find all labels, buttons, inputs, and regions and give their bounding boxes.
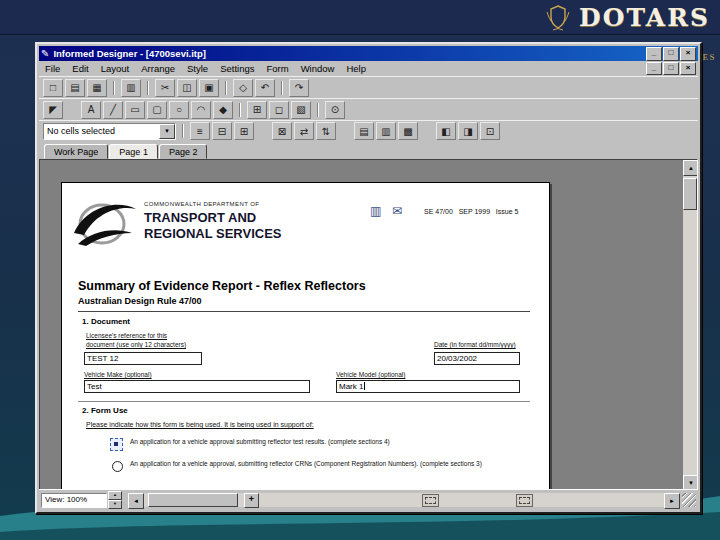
fill-lines-icon[interactable]: ▥: [376, 122, 396, 140]
open-icon[interactable]: ▤: [65, 79, 85, 97]
date-field[interactable]: 20/03/2002: [434, 352, 520, 365]
split-cells-icon[interactable]: ⊞: [234, 122, 254, 140]
vehicle-model-field[interactable]: Mark 1: [336, 380, 520, 393]
form-use-intro: Please indicate how this form is being u…: [86, 421, 314, 428]
vertical-scroll-track[interactable]: [683, 176, 697, 475]
table-tool-icon[interactable]: ⊞: [247, 101, 267, 119]
field-tool-icon[interactable]: ◻: [269, 101, 289, 119]
mail-form-icon[interactable]: ✉: [392, 205, 402, 217]
text-tool-icon[interactable]: A: [81, 101, 101, 119]
scroll-up-button[interactable]: ▲: [683, 160, 698, 176]
zoom-tool-icon[interactable]: ⊙: [325, 101, 345, 119]
fill-light-icon[interactable]: ▤: [354, 122, 374, 140]
image-tool-icon[interactable]: ▧: [291, 101, 311, 119]
vehicle-make-label: Vehicle Make (optional): [84, 371, 152, 378]
selection-guide-icon[interactable]: [422, 494, 439, 507]
line-tool-icon[interactable]: ╱: [103, 101, 123, 119]
minimize-button[interactable]: _: [646, 47, 662, 61]
dotars-wordmark: DOTARS: [579, 3, 710, 32]
redo-icon[interactable]: ↷: [289, 79, 309, 97]
toolbar-divider: [239, 103, 241, 117]
divider-rule: [78, 401, 530, 402]
document-close-button[interactable]: ×: [680, 62, 696, 75]
shade-right-icon[interactable]: ◨: [458, 122, 478, 140]
section2-heading: 2. Form Use: [82, 406, 128, 415]
window-title: Informed Designer - [4700sevi.itp]: [53, 48, 645, 59]
print-icon[interactable]: ▥: [121, 79, 141, 97]
ellipse-tool-icon[interactable]: ○: [169, 101, 189, 119]
menu-window[interactable]: Window: [295, 62, 341, 75]
swap-vertical-icon[interactable]: ⇅: [316, 122, 336, 140]
dropdown-arrow-icon[interactable]: ▼: [159, 124, 175, 139]
dotars-logo: DOTARS: [545, 3, 710, 32]
cell-selector-dropdown[interactable]: No cells selected ▼: [43, 123, 176, 140]
org-name-line1: TRANSPORT AND: [144, 211, 256, 224]
align-cells-icon[interactable]: ≡: [190, 122, 210, 140]
horizontal-scroll-thumb[interactable]: [148, 493, 238, 507]
arc-tool-icon[interactable]: ◠: [191, 101, 211, 119]
menu-style[interactable]: Style: [181, 62, 214, 75]
menu-layout[interactable]: Layout: [95, 62, 136, 75]
swap-horizontal-icon[interactable]: ⇄: [294, 122, 314, 140]
slide-background: DEPARTMENT OF TRANSPORT AND REGIONAL SER…: [0, 0, 720, 540]
cell-border-icon[interactable]: ⊡: [480, 122, 500, 140]
merge-cells-icon[interactable]: ⊟: [212, 122, 232, 140]
menu-settings[interactable]: Settings: [214, 62, 260, 75]
menu-edit[interactable]: Edit: [66, 62, 94, 75]
scroll-left-button[interactable]: ◄: [128, 493, 144, 509]
maximize-button[interactable]: □: [663, 47, 679, 61]
shade-left-icon[interactable]: ◧: [436, 122, 456, 140]
selection-guide-icon[interactable]: [516, 494, 533, 507]
option1-checkbox[interactable]: [110, 438, 123, 451]
menu-file[interactable]: File: [39, 62, 66, 75]
cut-icon[interactable]: ✂: [155, 79, 175, 97]
option2-radio[interactable]: [112, 461, 123, 472]
scroll-right-button[interactable]: ►: [664, 493, 680, 509]
form-subtitle: Australian Design Rule 47/00: [78, 296, 202, 306]
undo-icon[interactable]: ↶: [255, 79, 275, 97]
tab-work-page[interactable]: Work Page: [44, 144, 108, 159]
format-painter-icon[interactable]: ◇: [233, 79, 253, 97]
menu-arrange[interactable]: Arrange: [135, 62, 181, 75]
vehicle-model-label: Vehicle Model (optional): [336, 371, 405, 378]
form-title: Summary of Evidence Report - Reflex Refl…: [78, 279, 366, 293]
status-bar: View: 100% ▲ ▼ ◄ + ►: [39, 489, 698, 510]
zoom-decrease-button[interactable]: ▼: [108, 500, 122, 509]
save-icon[interactable]: ▦: [87, 79, 107, 97]
resize-grip[interactable]: [682, 493, 696, 507]
document-restore-button[interactable]: □: [663, 62, 679, 75]
vertical-scrollbar[interactable]: ▲ ▼: [683, 160, 697, 491]
option2-label: An application for a vehicle approval, s…: [130, 460, 490, 469]
fill-dark-icon[interactable]: ▩: [398, 122, 418, 140]
document-workspace: COMMONWEALTH DEPARTMENT OF TRANSPORT AND…: [39, 159, 698, 492]
toolbar-divider: [317, 103, 319, 117]
rounded-rectangle-tool-icon[interactable]: ▢: [147, 101, 167, 119]
option1-label: An application for a vehicle approval su…: [130, 438, 470, 447]
zoom-level-display[interactable]: View: 100%: [41, 493, 107, 508]
pointer-tool-icon[interactable]: ◤: [43, 101, 63, 119]
polygon-tool-icon[interactable]: ◆: [213, 101, 233, 119]
zoom-increase-button[interactable]: ▲: [108, 491, 122, 500]
toolbar-divider: [182, 124, 184, 138]
vertical-scroll-thumb[interactable]: [683, 178, 697, 210]
window-titlebar[interactable]: ✎ Informed Designer - [4700sevi.itp] _ □…: [39, 46, 698, 61]
print-form-icon[interactable]: ▥: [370, 205, 381, 217]
page-tab-bar: Work Page Page 1 Page 2: [39, 141, 698, 160]
licensee-reference-field[interactable]: TEST 12: [84, 352, 202, 365]
crosshair-guide-icon[interactable]: +: [244, 493, 259, 508]
tab-page-2[interactable]: Page 2: [159, 144, 208, 159]
horizontal-scroll-track[interactable]: +: [144, 493, 664, 507]
close-button[interactable]: ×: [680, 47, 696, 61]
new-document-icon[interactable]: □: [43, 79, 63, 97]
vehicle-make-field[interactable]: Test: [84, 380, 310, 393]
menu-help[interactable]: Help: [340, 62, 372, 75]
rectangle-tool-icon[interactable]: ▭: [125, 101, 145, 119]
menu-bar: File Edit Layout Arrange Style Settings …: [39, 61, 698, 76]
copy-icon[interactable]: ◫: [177, 79, 197, 97]
document-minimize-button[interactable]: _: [646, 62, 662, 75]
delete-cells-icon[interactable]: ⊠: [272, 122, 292, 140]
tab-page-1[interactable]: Page 1: [109, 144, 158, 159]
paste-icon[interactable]: ▣: [199, 79, 219, 97]
menu-form[interactable]: Form: [260, 62, 294, 75]
horizontal-scrollbar[interactable]: ◄ + ►: [128, 493, 680, 507]
